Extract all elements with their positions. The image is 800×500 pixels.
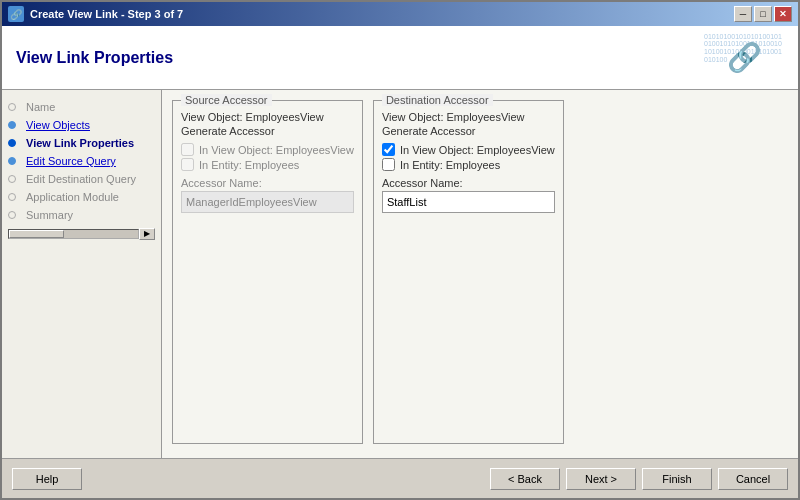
- sidebar-label-application-module: Application Module: [26, 191, 119, 203]
- destination-in-view-object-row: In View Object: EmployeesView: [382, 143, 555, 156]
- title-bar-buttons: ─ □ ✕: [734, 6, 792, 22]
- bullet-edit-destination-query: [8, 175, 16, 183]
- destination-in-view-object-label: In View Object: EmployeesView: [400, 144, 555, 156]
- bullet-name: [8, 103, 16, 111]
- window-title: Create View Link - Step 3 of 7: [30, 8, 183, 20]
- sidebar-item-edit-destination-query: Edit Destination Query: [2, 170, 161, 188]
- source-in-view-object-label: In View Object: EmployeesView: [199, 144, 354, 156]
- window-icon: 🔗: [8, 6, 24, 22]
- header-image: 0101010010101010010101001010100101010010…: [704, 33, 784, 83]
- close-button[interactable]: ✕: [774, 6, 792, 22]
- destination-accessor-box: Destination Accessor View Object: Employ…: [373, 100, 564, 444]
- destination-accessor-name-label: Accessor Name:: [382, 177, 555, 189]
- destination-accessor-title: Destination Accessor: [382, 94, 493, 106]
- bullet-view-link-properties: [8, 139, 16, 147]
- source-in-view-object-row: In View Object: EmployeesView: [181, 143, 354, 156]
- source-in-entity-checkbox[interactable]: [181, 158, 194, 171]
- main-panel: Source Accessor View Object: EmployeesVi…: [162, 90, 798, 458]
- main-window: 🔗 Create View Link - Step 3 of 7 ─ □ ✕ V…: [0, 0, 800, 500]
- sidebar-label-edit-destination-query: Edit Destination Query: [26, 173, 136, 185]
- maximize-button[interactable]: □: [754, 6, 772, 22]
- source-view-object-label: View Object: EmployeesView: [181, 111, 354, 123]
- source-accessor-name-input: [181, 191, 354, 213]
- sidebar-scroll-right-btn[interactable]: ▶: [139, 228, 155, 240]
- title-bar-left: 🔗 Create View Link - Step 3 of 7: [8, 6, 183, 22]
- footer-left: Help: [12, 468, 82, 490]
- source-generate-accessor-label: Generate Accessor: [181, 125, 354, 137]
- source-in-entity-label: In Entity: Employees: [199, 159, 299, 171]
- page-title: View Link Properties: [16, 49, 173, 67]
- sidebar-label-view-objects: View Objects: [26, 119, 90, 131]
- sidebar: Name View Objects View Link Properties E…: [2, 90, 162, 458]
- destination-generate-accessor-label: Generate Accessor: [382, 125, 555, 137]
- content-area: Name View Objects View Link Properties E…: [2, 90, 798, 458]
- sidebar-label-edit-source-query: Edit Source Query: [26, 155, 116, 167]
- sidebar-scrollbar-track[interactable]: [8, 229, 139, 239]
- next-button[interactable]: Next >: [566, 468, 636, 490]
- sidebar-label-summary: Summary: [26, 209, 73, 221]
- finish-button[interactable]: Finish: [642, 468, 712, 490]
- source-accessor-name-label: Accessor Name:: [181, 177, 354, 189]
- sidebar-scrollbar-area: ▶: [2, 224, 161, 244]
- bullet-view-objects: [8, 121, 16, 129]
- back-button[interactable]: < Back: [490, 468, 560, 490]
- sidebar-item-name: Name: [2, 98, 161, 116]
- minimize-button[interactable]: ─: [734, 6, 752, 22]
- footer: Help < Back Next > Finish Cancel: [2, 458, 798, 498]
- destination-view-object-label: View Object: EmployeesView: [382, 111, 555, 123]
- sidebar-scrollbar-thumb[interactable]: [9, 230, 64, 238]
- page-header: View Link Properties 0101010010101010010…: [2, 26, 798, 90]
- destination-in-entity-row: In Entity: Employees: [382, 158, 555, 171]
- sidebar-label-view-link-properties: View Link Properties: [26, 137, 134, 149]
- title-bar: 🔗 Create View Link - Step 3 of 7 ─ □ ✕: [2, 2, 798, 26]
- help-button[interactable]: Help: [12, 468, 82, 490]
- destination-accessor-name-input[interactable]: [382, 191, 555, 213]
- sidebar-item-summary: Summary: [2, 206, 161, 224]
- footer-right: < Back Next > Finish Cancel: [490, 468, 788, 490]
- sidebar-item-view-objects[interactable]: View Objects: [2, 116, 161, 134]
- destination-in-entity-label: In Entity: Employees: [400, 159, 500, 171]
- sidebar-label-name: Name: [26, 101, 55, 113]
- source-accessor-title: Source Accessor: [181, 94, 272, 106]
- header-icon: 🔗: [727, 41, 762, 74]
- bullet-application-module: [8, 193, 16, 201]
- source-accessor-box: Source Accessor View Object: EmployeesVi…: [172, 100, 363, 444]
- destination-in-view-object-checkbox[interactable]: [382, 143, 395, 156]
- sidebar-item-application-module: Application Module: [2, 188, 161, 206]
- bullet-summary: [8, 211, 16, 219]
- bullet-edit-source-query: [8, 157, 16, 165]
- sidebar-item-edit-source-query[interactable]: Edit Source Query: [2, 152, 161, 170]
- destination-in-entity-checkbox[interactable]: [382, 158, 395, 171]
- source-in-entity-row: In Entity: Employees: [181, 158, 354, 171]
- source-in-view-object-checkbox[interactable]: [181, 143, 194, 156]
- sidebar-item-view-link-properties: View Link Properties: [2, 134, 161, 152]
- accessors-row: Source Accessor View Object: EmployeesVi…: [172, 100, 788, 448]
- cancel-button[interactable]: Cancel: [718, 468, 788, 490]
